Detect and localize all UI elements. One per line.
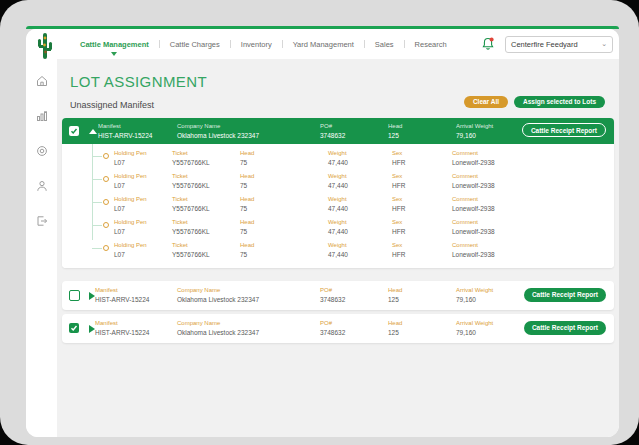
field-value: L07 — [114, 205, 147, 212]
analytics-icon[interactable] — [36, 110, 48, 122]
field-value: HIST-ARRV-15224 — [98, 132, 152, 139]
field-value: 125 — [388, 329, 402, 336]
head-cell: Head 125 — [388, 123, 402, 139]
field-value: 47,440 — [328, 205, 348, 212]
cattle-receipt-report-button[interactable]: Cattle Receipt Report — [524, 321, 606, 335]
company-cell: Company Name Oklahoma Livestock 232347 — [177, 320, 259, 336]
field-value: HFR — [392, 205, 405, 212]
field-value: 3748632 — [320, 296, 345, 303]
field-value: 75 — [240, 228, 254, 235]
nav-item-research[interactable]: Research — [405, 40, 457, 49]
manifest-checkbox-checked[interactable] — [69, 323, 79, 333]
field-value: 125 — [388, 296, 402, 303]
manifest-checkbox-checked[interactable] — [69, 126, 79, 136]
manifest-row-collapsed[interactable]: Manifest HIST-ARRV-15224 Company Name Ok… — [62, 281, 614, 310]
field-label: Manifest — [95, 320, 149, 327]
clear-all-button[interactable]: Clear All — [464, 96, 508, 108]
nav-item-sales[interactable]: Sales — [365, 40, 404, 49]
field-label: Head — [240, 242, 254, 249]
field-label: Sex — [392, 150, 405, 157]
field-value: Lonewolf-2938 — [452, 205, 495, 212]
company-cell: Company Name Oklahoma Livestock 232347 — [177, 287, 259, 303]
nav-item-inventory[interactable]: Inventory — [231, 40, 282, 49]
field-label: Arrival Weight — [456, 123, 493, 130]
tree-branch — [92, 248, 102, 249]
po-cell: PO# 3748632 — [320, 320, 345, 336]
field-value: Oklahoma Livestock 232347 — [177, 329, 259, 336]
field-label: Comment — [452, 219, 495, 226]
field-label: Head — [240, 196, 254, 203]
header-right: Centerfire Feedyard ⌄ — [481, 36, 619, 53]
nav-item-cattle-charges[interactable]: Cattle Charges — [160, 40, 230, 49]
field-value: HIST-ARRV-15224 — [95, 329, 149, 336]
field-label: Sex — [392, 219, 405, 226]
field-label: Weight — [328, 219, 348, 226]
cattle-receipt-report-button[interactable]: Cattle Receipt Report — [522, 123, 606, 137]
manifest-id-cell: Manifest HIST-ARRV-15224 — [95, 287, 149, 303]
po-cell: PO# 3748632 — [320, 123, 345, 139]
field-label: Holding Pen — [114, 219, 147, 226]
cattle-receipt-report-button[interactable]: Cattle Receipt Report — [524, 288, 606, 302]
field-label: Ticket — [172, 219, 210, 226]
field-value: 125 — [388, 132, 402, 139]
field-label: Sex — [392, 196, 405, 203]
field-label: PO# — [320, 123, 345, 130]
nav-item-cattle-management[interactable]: Cattle Management — [70, 40, 159, 49]
field-value: L07 — [114, 251, 147, 258]
main-content: LOT ASSIGNMENT Unassigned Manifest Clear… — [57, 59, 619, 437]
manifest-row-collapsed[interactable]: Manifest HIST-ARRV-15224 Company Name Ok… — [62, 314, 614, 343]
field-label: Arrival Weight — [456, 287, 493, 294]
feedyard-selector-value: Centerfire Feedyard — [511, 40, 578, 49]
field-label: Comment — [452, 173, 495, 180]
check-icon — [70, 127, 78, 135]
assign-selected-button[interactable]: Assign selected to Lots — [514, 96, 605, 108]
field-label: Holding Pen — [114, 242, 147, 249]
field-label: Holding Pen — [114, 173, 147, 180]
tree-node-icon — [103, 153, 109, 159]
field-value: 3748632 — [320, 329, 345, 336]
home-icon[interactable] — [36, 75, 48, 87]
arrival-weight-cell: Arrival Weight 79,160 — [456, 287, 493, 303]
logout-icon[interactable] — [36, 215, 48, 227]
field-value: 75 — [240, 159, 254, 166]
field-label: PO# — [320, 287, 345, 294]
check-icon — [70, 324, 78, 332]
detail-row: Holding PenL07 TicketY5576766KL Head75 W… — [62, 193, 614, 216]
field-value: Lonewolf-2938 — [452, 182, 495, 189]
field-label: Weight — [328, 196, 348, 203]
field-label: Ticket — [172, 150, 210, 157]
field-label: Company Name — [177, 287, 259, 294]
app-window: Cattle Management Cattle Charges Invento… — [26, 29, 619, 437]
device-frame: Cattle Management Cattle Charges Invento… — [0, 0, 639, 445]
user-icon[interactable] — [36, 180, 48, 192]
settings-icon[interactable] — [36, 145, 48, 157]
feedyard-selector[interactable]: Centerfire Feedyard ⌄ — [505, 36, 613, 53]
field-label: Manifest — [98, 123, 152, 130]
nav-item-yard-management[interactable]: Yard Management — [283, 40, 364, 49]
manifest-header-row[interactable]: Manifest HIST-ARRV-15224 Company Name Ok… — [62, 118, 614, 144]
field-label: Weight — [328, 173, 348, 180]
tree-branch — [92, 156, 102, 157]
head-cell: Head 125 — [388, 320, 402, 336]
arrival-weight-cell: Arrival Weight 79,160 — [456, 123, 493, 139]
field-value: Oklahoma Livestock 232347 — [177, 296, 259, 303]
field-label: Holding Pen — [114, 196, 147, 203]
manifest-card-expanded: Manifest HIST-ARRV-15224 Company Name Ok… — [62, 118, 614, 268]
tree-node-icon — [103, 199, 109, 205]
field-label: Ticket — [172, 196, 210, 203]
manifest-checkbox-unchecked[interactable] — [69, 290, 80, 301]
field-label: Holding Pen — [114, 150, 147, 157]
field-label: Head — [240, 150, 254, 157]
main-nav: Cattle Management Cattle Charges Invento… — [70, 40, 457, 49]
brand-logo-cactus-icon — [34, 31, 56, 61]
field-value: Oklahoma Livestock 232347 — [177, 132, 259, 139]
collapse-arrow-icon[interactable] — [89, 129, 97, 134]
field-value: 79,160 — [456, 329, 493, 336]
page-actions: Clear All Assign selected to Lots — [464, 96, 605, 108]
tree-node-icon — [103, 245, 109, 251]
notifications-bell-icon[interactable] — [481, 37, 495, 51]
field-label: Comment — [452, 242, 495, 249]
field-value: 79,160 — [456, 132, 493, 139]
field-value: 75 — [240, 251, 254, 258]
detail-row: Holding PenL07 TicketY5576766KL Head75 W… — [62, 170, 614, 193]
